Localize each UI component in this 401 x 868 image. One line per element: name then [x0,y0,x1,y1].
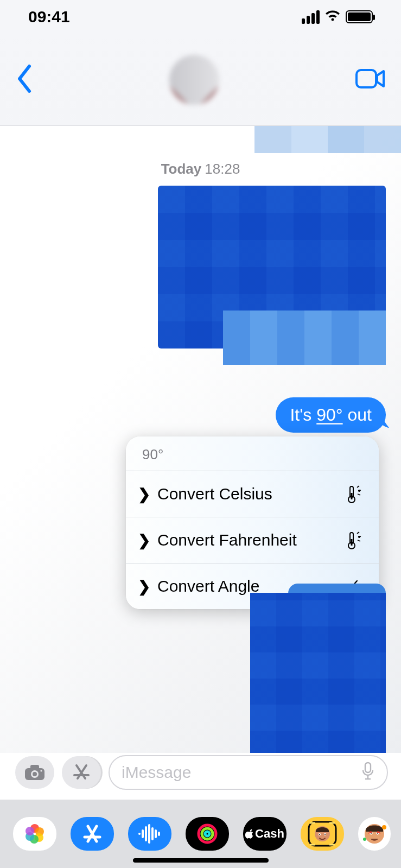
apps-button[interactable] [62,756,101,789]
svg-point-53 [382,825,386,829]
nav-header [0,34,401,126]
svg-point-54 [363,838,366,841]
redacted-message [223,311,386,365]
popup-item-convert-fahrenheit[interactable]: ❯ Convert Fahrenheit [126,517,379,563]
compose-row: iMessage [0,753,401,800]
timestamp: Today18:28 [0,161,401,178]
app-cash-label: Cash [255,827,284,841]
message-text-suffix: out [343,405,372,425]
battery-icon [346,10,373,23]
chevron-right-icon: ❯ [138,485,150,503]
app-apple-cash[interactable]: Cash [243,817,287,851]
sent-message-bubble[interactable]: It's 90° out [276,397,386,433]
thermometer-icon [343,529,365,551]
svg-line-13 [358,540,360,541]
app-memoji[interactable] [301,817,344,851]
svg-line-4 [357,486,359,487]
redacted-message [250,593,386,761]
svg-point-7 [359,490,360,491]
popup-title: 90° [126,436,379,471]
chevron-right-icon: ❯ [138,578,150,595]
contact-avatar[interactable] [169,55,219,105]
svg-point-18 [33,772,37,776]
svg-point-51 [324,834,326,835]
popup-item-label: Convert Celsius [157,485,335,503]
message-text-prefix: It's [290,405,316,425]
timestamp-day: Today [161,161,202,177]
timestamp-time: 18:28 [205,161,240,177]
dictation-button[interactable] [361,762,375,783]
status-right [302,8,373,26]
svg-rect-0 [357,70,376,87]
svg-rect-16 [30,765,39,770]
popup-item-label: Convert Fahrenheit [157,531,335,549]
cellular-signal-icon [302,10,320,24]
svg-line-11 [357,532,359,534]
back-button[interactable] [15,64,33,96]
wifi-icon [324,8,341,26]
home-indicator[interactable] [133,858,269,863]
svg-point-19 [40,770,42,771]
svg-rect-23 [365,763,371,772]
camera-button[interactable] [15,756,54,789]
message-placeholder: iMessage [122,763,361,782]
chevron-right-icon: ❯ [138,531,150,549]
svg-line-6 [358,494,360,495]
svg-point-44 [205,832,209,836]
message-input[interactable]: iMessage [109,755,388,790]
app-audio-messages[interactable] [128,817,171,851]
popup-item-convert-celsius[interactable]: ❯ Convert Celsius [126,471,379,517]
thermometer-icon [343,483,365,505]
svg-point-50 [319,834,320,835]
facetime-button[interactable] [355,68,386,92]
conversation-area[interactable]: Today18:28 It's 90° out 90° ❯ Convert Ce… [0,126,401,761]
app-animoji[interactable] [358,817,391,851]
svg-point-31 [26,827,34,835]
redacted-message [254,126,401,153]
status-bar: 09:41 [0,0,401,34]
app-fitness[interactable] [186,817,229,851]
app-photos[interactable] [13,817,56,851]
status-time: 09:41 [28,8,70,26]
detected-unit-link[interactable]: 90° [316,405,342,425]
app-strip[interactable]: Cash [0,800,401,868]
svg-point-43 [202,828,213,839]
svg-point-14 [359,536,360,537]
app-appstore[interactable] [71,817,114,851]
